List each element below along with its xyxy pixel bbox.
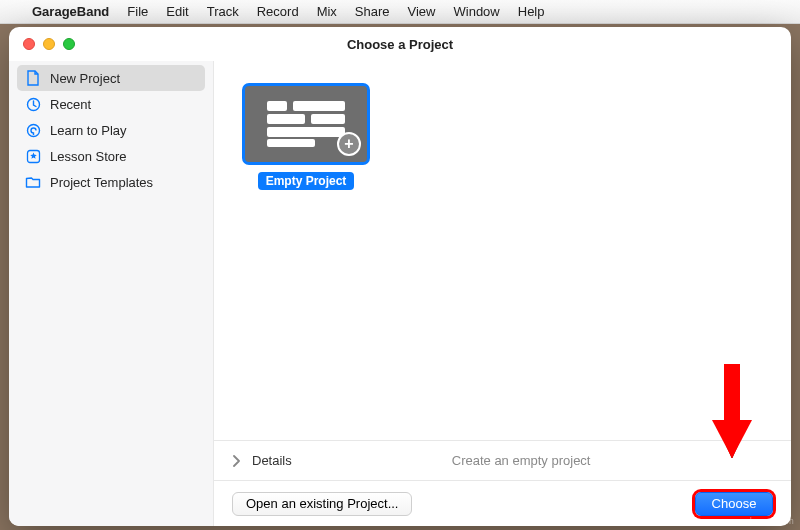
- main-area: + Empty Project Details Create an empty …: [214, 61, 791, 526]
- choose-button[interactable]: Choose: [695, 492, 773, 516]
- sidebar-item-lesson-store[interactable]: Lesson Store: [17, 143, 205, 169]
- zoom-button[interactable]: [63, 38, 75, 50]
- sidebar-label: Project Templates: [50, 175, 153, 190]
- bottom-bar: Open an existing Project... Choose: [214, 480, 791, 526]
- project-chooser-window: Choose a Project New Project Recent L: [9, 27, 791, 526]
- sidebar-item-recent[interactable]: Recent: [17, 91, 205, 117]
- details-bar[interactable]: Details Create an empty project: [214, 440, 791, 480]
- doc-icon: [25, 70, 41, 86]
- star-icon: [25, 148, 41, 164]
- minimize-button[interactable]: [43, 38, 55, 50]
- titlebar: Choose a Project: [9, 27, 791, 61]
- menu-view[interactable]: View: [408, 4, 436, 19]
- close-button[interactable]: [23, 38, 35, 50]
- sidebar-item-project-templates[interactable]: Project Templates: [17, 169, 205, 195]
- menu-share[interactable]: Share: [355, 4, 390, 19]
- template-thumbnail: +: [242, 83, 370, 165]
- sidebar-label: Lesson Store: [50, 149, 127, 164]
- template-empty-project[interactable]: + Empty Project: [242, 83, 370, 190]
- sidebar-label: Recent: [50, 97, 91, 112]
- watermark: www.deuaq.com: [724, 516, 794, 526]
- menu-edit[interactable]: Edit: [166, 4, 188, 19]
- menu-file[interactable]: File: [127, 4, 148, 19]
- sidebar-item-learn-to-play[interactable]: Learn to Play: [17, 117, 205, 143]
- sidebar: New Project Recent Learn to Play Lesson …: [9, 61, 214, 526]
- template-grid: + Empty Project: [214, 61, 791, 440]
- traffic-lights: [9, 38, 75, 50]
- sidebar-label: Learn to Play: [50, 123, 127, 138]
- details-label: Details: [252, 453, 292, 468]
- bricks-icon: [267, 101, 345, 147]
- learn-icon: [25, 122, 41, 138]
- plus-icon: +: [337, 132, 361, 156]
- menu-help[interactable]: Help: [518, 4, 545, 19]
- window-title: Choose a Project: [9, 37, 791, 52]
- template-label: Empty Project: [258, 172, 355, 190]
- open-existing-button[interactable]: Open an existing Project...: [232, 492, 412, 516]
- clock-icon: [25, 96, 41, 112]
- app-menu[interactable]: GarageBand: [32, 4, 109, 19]
- menu-record[interactable]: Record: [257, 4, 299, 19]
- sidebar-item-new-project[interactable]: New Project: [17, 65, 205, 91]
- menu-track[interactable]: Track: [207, 4, 239, 19]
- chevron-right-icon: [232, 455, 240, 467]
- menu-mix[interactable]: Mix: [317, 4, 337, 19]
- menubar: GarageBand File Edit Track Record Mix Sh…: [0, 0, 800, 24]
- sidebar-label: New Project: [50, 71, 120, 86]
- details-description: Create an empty project: [452, 453, 591, 468]
- folder-icon: [25, 174, 41, 190]
- menu-window[interactable]: Window: [454, 4, 500, 19]
